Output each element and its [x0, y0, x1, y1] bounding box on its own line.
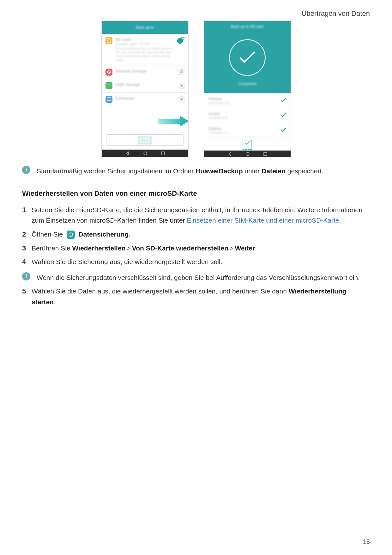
phone1-title: Back up to — [102, 21, 188, 34]
info-note-1: i Standardmäßig werden Sicherungsdateien… — [22, 166, 370, 176]
step-2: 2 Öffnen Sie Datensicherung. — [22, 229, 370, 240]
back-nav-icon[interactable] — [125, 151, 130, 156]
row-photos: PhotosCompleted (24) — [204, 93, 291, 108]
next-button[interactable]: Next — [106, 134, 184, 146]
option-internal[interactable]: Internal storage — [102, 65, 188, 79]
step-1: 1 Setzen Sie die microSD-Karte, die die … — [22, 205, 370, 226]
section-heading: Wiederherstellen von Daten von einer mic… — [22, 188, 370, 199]
datensicherung-app-icon — [67, 231, 75, 239]
radio-usb[interactable] — [179, 83, 184, 89]
home-nav-icon[interactable] — [245, 152, 250, 156]
option-sd-card[interactable]: SD card Available space: 441 MB Recommen… — [102, 34, 188, 65]
page-number: 15 — [363, 538, 370, 546]
option-usb[interactable]: USB storage — [102, 79, 188, 93]
svg-rect-1 — [107, 98, 111, 100]
step-3: 3 Berühren Sie Wiederherstellen>Von SD-K… — [22, 243, 370, 254]
radio-internal[interactable] — [179, 69, 184, 75]
svg-point-2 — [144, 152, 147, 155]
option-computer[interactable]: Computer — [102, 93, 188, 106]
recent-nav-icon[interactable] — [161, 151, 165, 156]
check-icon — [280, 113, 286, 118]
back-nav-icon[interactable] — [227, 152, 232, 156]
check-icon[interactable] — [244, 141, 250, 145]
chapter-title: Übertragen von Daten — [302, 9, 370, 18]
row-videos: VideosCompleted (1) — [204, 123, 291, 138]
info-icon: i — [22, 272, 30, 281]
svg-rect-3 — [161, 152, 165, 155]
svg-point-4 — [246, 152, 249, 156]
usb-icon — [106, 82, 112, 89]
check-icon — [280, 98, 286, 103]
recent-nav-icon[interactable] — [263, 152, 268, 156]
check-circle-icon — [229, 39, 266, 76]
ok-highlight: OK — [243, 140, 252, 150]
step-5: 5 Wählen Sie die Daten aus, die wiederhe… — [22, 286, 370, 307]
info-icon: i — [22, 166, 30, 174]
completed-hero: Completed — [204, 32, 291, 94]
toggle-highlight — [181, 37, 184, 40]
step-4: 4 Wählen Sie die Sicherung aus, die wied… — [22, 256, 370, 267]
link-sim-sd[interactable]: Einsetzen einer SIM-Karte und einer micr… — [187, 217, 339, 224]
info-note-2: i Wenn die Sicherungsdaten verschlüsselt… — [22, 272, 370, 283]
check-icon — [280, 127, 286, 133]
home-nav-icon[interactable] — [143, 151, 148, 156]
sd-card-icon — [106, 37, 112, 44]
computer-icon — [106, 96, 112, 103]
phone-backup-complete: Back up to SD card Completed PhotosCompl… — [204, 21, 291, 157]
svg-rect-5 — [264, 152, 267, 156]
phone2-title: Back up to SD card — [204, 21, 291, 32]
android-navbar — [102, 150, 188, 157]
screenshot-pair: Back up to SD card Available space: 441 … — [22, 21, 370, 157]
row-audio: AudioCompleted (2) — [204, 108, 291, 123]
phone-backup-options: Back up to SD card Available space: 441 … — [101, 21, 189, 157]
internal-storage-icon — [106, 69, 112, 76]
arrow-icon — [158, 116, 189, 126]
android-navbar — [204, 151, 291, 157]
radio-computer[interactable] — [179, 96, 184, 102]
